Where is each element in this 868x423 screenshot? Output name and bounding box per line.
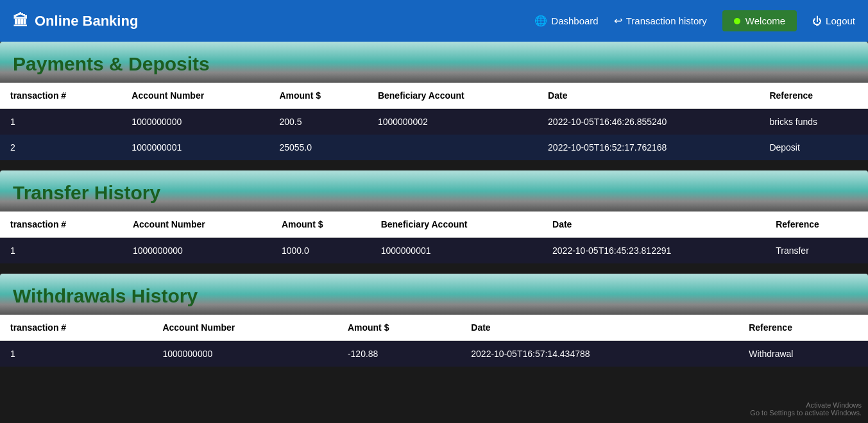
col-account-number: Account Number: [123, 212, 271, 238]
navbar-right: 🌐 Dashboard ↩ Transaction history Welcom…: [534, 10, 855, 31]
cell-date: 2022-10-05T16:52:17.762168: [538, 135, 759, 160]
col-account-number: Account Number: [121, 83, 269, 109]
logout-label: Logout: [826, 15, 855, 26]
cell-date: 2022-10-05T16:45:23.812291: [542, 238, 765, 264]
logout-icon: ⏻: [812, 15, 822, 26]
cell-account: 1000000001: [121, 135, 269, 160]
cell-beneficiary: [368, 135, 538, 160]
dashboard-icon: 🌐: [534, 15, 547, 27]
withdrawals-history-header: Withdrawals History: [0, 274, 868, 315]
logout-button[interactable]: ⏻ Logout: [812, 15, 855, 26]
table-row: 1 1000000000 200.5 1000000002 2022-10-05…: [0, 109, 868, 135]
col-transaction: transaction #: [0, 315, 152, 341]
brand: 🏛 Online Banking: [13, 12, 138, 30]
payments-deposits-section: Payments & Deposits transaction # Accoun…: [0, 42, 868, 160]
col-beneficiary: Beneficiary Account: [371, 212, 542, 238]
col-date: Date: [461, 315, 738, 341]
col-account-number: Account Number: [152, 315, 337, 341]
cell-reference: bricks funds: [759, 109, 868, 135]
navbar: 🏛 Online Banking 🌐 Dashboard ↩ Transacti…: [0, 0, 868, 42]
withdrawals-history-section: Withdrawals History transaction # Accoun…: [0, 274, 868, 367]
transfer-history-title: Transfer History: [13, 182, 855, 204]
table-row: 1 1000000000 -120.88 2022-10-05T16:57:14…: [0, 341, 868, 367]
transfer-history-header: Transfer History: [0, 170, 868, 212]
cell-account: 1000000000: [123, 238, 271, 264]
cell-amount: 25055.0: [269, 135, 367, 160]
transaction-history-label: Transaction history: [626, 15, 707, 26]
cell-id: 1: [0, 341, 152, 367]
payments-deposits-table-container: transaction # Account Number Amount $ Be…: [0, 83, 868, 160]
col-date: Date: [542, 212, 765, 238]
transfer-history-header-row: transaction # Account Number Amount $ Be…: [0, 212, 868, 238]
payments-deposits-table: transaction # Account Number Amount $ Be…: [0, 83, 868, 160]
cell-reference: Withdrawal: [738, 341, 868, 367]
transfer-history-table: transaction # Account Number Amount $ Be…: [0, 212, 868, 263]
dashboard-link[interactable]: 🌐 Dashboard: [534, 15, 598, 27]
cell-reference: Transfer: [765, 238, 868, 264]
cell-amount: -120.88: [337, 341, 461, 367]
payments-deposits-header: Payments & Deposits: [0, 42, 868, 83]
brand-label: Online Banking: [35, 13, 138, 29]
withdrawals-history-table: transaction # Account Number Amount $ Da…: [0, 315, 868, 367]
cell-id: 1: [0, 238, 123, 264]
payments-deposits-title: Payments & Deposits: [13, 53, 855, 75]
transfer-history-table-container: transaction # Account Number Amount $ Be…: [0, 212, 868, 263]
cell-date: 2022-10-05T16:57:14.434788: [461, 341, 738, 367]
transfer-history-section: Transfer History transaction # Account N…: [0, 170, 868, 263]
col-transaction: transaction #: [0, 83, 121, 109]
col-date: Date: [538, 83, 759, 109]
col-reference: Reference: [765, 212, 868, 238]
cell-account: 1000000000: [152, 341, 337, 367]
windows-watermark-line1: Activate Windows: [750, 401, 862, 409]
col-amount: Amount $: [269, 83, 367, 109]
withdrawals-history-table-container: transaction # Account Number Amount $ Da…: [0, 315, 868, 367]
withdrawals-history-title: Withdrawals History: [13, 285, 855, 307]
col-reference: Reference: [759, 83, 868, 109]
cell-beneficiary: 1000000001: [371, 238, 542, 264]
welcome-label: Welcome: [745, 15, 785, 26]
history-icon: ↩: [614, 15, 622, 27]
col-amount: Amount $: [271, 212, 371, 238]
withdrawals-history-header-row: transaction # Account Number Amount $ Da…: [0, 315, 868, 341]
cell-amount: 200.5: [269, 109, 367, 135]
col-amount: Amount $: [337, 315, 461, 341]
welcome-button[interactable]: Welcome: [722, 10, 797, 31]
welcome-dot: [734, 18, 740, 24]
windows-watermark-line2: Go to Settings to activate Windows.: [750, 409, 862, 417]
payments-deposits-header-row: transaction # Account Number Amount $ Be…: [0, 83, 868, 109]
col-beneficiary: Beneficiary Account: [368, 83, 538, 109]
cell-beneficiary: 1000000002: [368, 109, 538, 135]
cell-reference: Deposit: [759, 135, 868, 160]
windows-watermark: Activate Windows Go to Settings to activ…: [750, 401, 862, 417]
cell-amount: 1000.0: [271, 238, 371, 264]
table-row: 1 1000000000 1000.0 1000000001 2022-10-0…: [0, 238, 868, 264]
cell-id: 1: [0, 109, 121, 135]
cell-date: 2022-10-05T16:46:26.855240: [538, 109, 759, 135]
bank-icon: 🏛: [13, 12, 28, 30]
dashboard-label: Dashboard: [551, 15, 598, 26]
col-transaction: transaction #: [0, 212, 123, 238]
transaction-history-link[interactable]: ↩ Transaction history: [614, 15, 707, 27]
cell-id: 2: [0, 135, 121, 160]
table-row: 2 1000000001 25055.0 2022-10-05T16:52:17…: [0, 135, 868, 160]
cell-account: 1000000000: [121, 109, 269, 135]
col-reference: Reference: [738, 315, 868, 341]
